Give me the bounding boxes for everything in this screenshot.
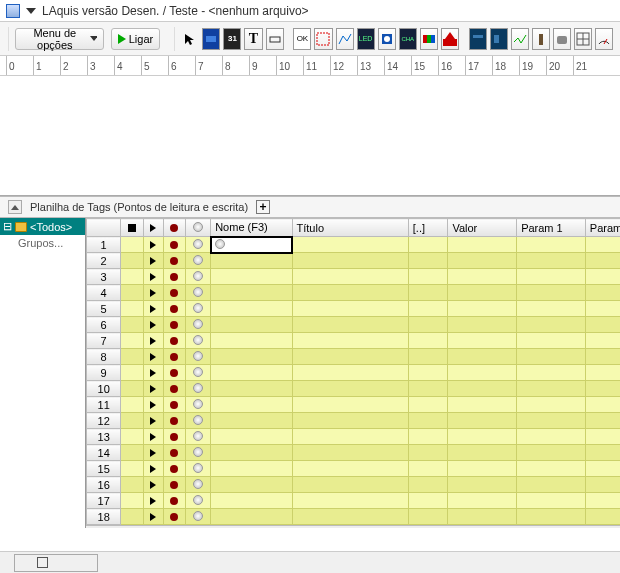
cell-valor[interactable] bbox=[448, 285, 517, 301]
cell-titulo[interactable] bbox=[292, 429, 408, 445]
cell-stop[interactable] bbox=[121, 253, 143, 269]
cell-rec[interactable] bbox=[163, 333, 185, 349]
cell-dots[interactable] bbox=[408, 317, 448, 333]
cell-dots[interactable] bbox=[408, 445, 448, 461]
cell-rec[interactable] bbox=[163, 317, 185, 333]
tool-shape-icon[interactable] bbox=[266, 28, 284, 50]
cell-stop[interactable] bbox=[121, 349, 143, 365]
cell-stop[interactable] bbox=[121, 413, 143, 429]
tool-text-icon[interactable]: T bbox=[244, 28, 262, 50]
cursor-icon[interactable] bbox=[182, 28, 200, 50]
cell-param1[interactable] bbox=[517, 509, 586, 525]
cell-param1[interactable] bbox=[517, 413, 586, 429]
cell-titulo[interactable] bbox=[292, 333, 408, 349]
cell-nome[interactable] bbox=[211, 237, 292, 253]
table-row[interactable]: 15(clique ou ar bbox=[87, 461, 621, 477]
ligar-button[interactable]: Ligar bbox=[111, 28, 160, 50]
col-param1[interactable]: Param 1 bbox=[517, 219, 586, 237]
cell-param1[interactable] bbox=[517, 285, 586, 301]
cell-param2[interactable] bbox=[585, 317, 620, 333]
cell-valor[interactable] bbox=[448, 429, 517, 445]
cell-dots[interactable] bbox=[408, 237, 448, 253]
tree-node-todos[interactable]: ⊟ <Todos> bbox=[0, 218, 85, 235]
table-row[interactable]: 7(clique ou ar bbox=[87, 333, 621, 349]
cell-opts[interactable] bbox=[186, 413, 211, 429]
tool-rgb-icon[interactable] bbox=[420, 28, 438, 50]
cell-param2[interactable] bbox=[585, 301, 620, 317]
tool-grid-icon[interactable] bbox=[574, 28, 592, 50]
cell-dots[interactable] bbox=[408, 349, 448, 365]
cell-rec[interactable] bbox=[163, 429, 185, 445]
cell-opts[interactable] bbox=[186, 269, 211, 285]
cell-nome[interactable] bbox=[211, 285, 292, 301]
cell-play[interactable] bbox=[143, 445, 163, 461]
cell-titulo[interactable] bbox=[292, 477, 408, 493]
cell-opts[interactable] bbox=[186, 253, 211, 269]
cell-play[interactable] bbox=[143, 333, 163, 349]
tool-gauge-icon[interactable] bbox=[378, 28, 396, 50]
table-row[interactable]: 17(clique ou ar bbox=[87, 493, 621, 509]
cell-nome[interactable] bbox=[211, 429, 292, 445]
cell-param1[interactable] bbox=[517, 253, 586, 269]
cell-rec[interactable] bbox=[163, 509, 185, 525]
row-number[interactable]: 10 bbox=[87, 381, 121, 397]
cell-opts[interactable] bbox=[186, 317, 211, 333]
cell-param2[interactable] bbox=[585, 429, 620, 445]
row-number[interactable]: 13 bbox=[87, 429, 121, 445]
cell-param2[interactable] bbox=[585, 253, 620, 269]
cell-stop[interactable] bbox=[121, 317, 143, 333]
cell-stop[interactable] bbox=[121, 381, 143, 397]
cell-valor[interactable] bbox=[448, 461, 517, 477]
col-dots[interactable]: [..] bbox=[408, 219, 448, 237]
col-opts[interactable] bbox=[186, 219, 211, 237]
cell-play[interactable] bbox=[143, 317, 163, 333]
cell-opts[interactable] bbox=[186, 349, 211, 365]
cell-play[interactable] bbox=[143, 429, 163, 445]
cell-rec[interactable] bbox=[163, 253, 185, 269]
cell-titulo[interactable] bbox=[292, 301, 408, 317]
cell-param2[interactable] bbox=[585, 333, 620, 349]
tree-node-groups[interactable]: Grupos... bbox=[0, 235, 85, 251]
row-number[interactable]: 6 bbox=[87, 317, 121, 333]
cell-dots[interactable] bbox=[408, 413, 448, 429]
cell-param2[interactable] bbox=[585, 445, 620, 461]
row-number[interactable]: 7 bbox=[87, 333, 121, 349]
cell-rec[interactable] bbox=[163, 381, 185, 397]
cell-opts[interactable] bbox=[186, 333, 211, 349]
cell-stop[interactable] bbox=[121, 461, 143, 477]
cell-titulo[interactable] bbox=[292, 509, 408, 525]
cell-dots[interactable] bbox=[408, 429, 448, 445]
cell-param2[interactable] bbox=[585, 461, 620, 477]
cell-play[interactable] bbox=[143, 301, 163, 317]
cell-stop[interactable] bbox=[121, 269, 143, 285]
cell-valor[interactable] bbox=[448, 445, 517, 461]
table-row[interactable]: 3(clique ou ar bbox=[87, 269, 621, 285]
cell-param1[interactable] bbox=[517, 349, 586, 365]
cell-nome[interactable] bbox=[211, 269, 292, 285]
cell-valor[interactable] bbox=[448, 413, 517, 429]
cell-dots[interactable] bbox=[408, 333, 448, 349]
cell-param1[interactable] bbox=[517, 477, 586, 493]
row-number[interactable]: 12 bbox=[87, 413, 121, 429]
row-number[interactable]: 5 bbox=[87, 301, 121, 317]
table-row[interactable]: 4(clique ou ar bbox=[87, 285, 621, 301]
cell-titulo[interactable] bbox=[292, 445, 408, 461]
table-row[interactable]: 1(clique ou ar bbox=[87, 237, 621, 253]
tool-select-red-icon[interactable] bbox=[314, 28, 332, 50]
cell-titulo[interactable] bbox=[292, 253, 408, 269]
cell-nome[interactable] bbox=[211, 365, 292, 381]
table-row[interactable]: 8(clique ou ar bbox=[87, 349, 621, 365]
table-row[interactable]: 5(clique ou ar bbox=[87, 301, 621, 317]
cell-dots[interactable] bbox=[408, 381, 448, 397]
cell-param2[interactable] bbox=[585, 269, 620, 285]
cell-valor[interactable] bbox=[448, 477, 517, 493]
table-row[interactable]: 10(clique ou ar bbox=[87, 381, 621, 397]
cell-param1[interactable] bbox=[517, 317, 586, 333]
tool-meter-icon[interactable] bbox=[595, 28, 613, 50]
cell-stop[interactable] bbox=[121, 429, 143, 445]
cell-opts[interactable] bbox=[186, 285, 211, 301]
table-row[interactable]: 18(clique ou ar bbox=[87, 509, 621, 525]
panel-collapse-icon[interactable] bbox=[8, 200, 22, 214]
cell-valor[interactable] bbox=[448, 317, 517, 333]
cell-valor[interactable] bbox=[448, 349, 517, 365]
